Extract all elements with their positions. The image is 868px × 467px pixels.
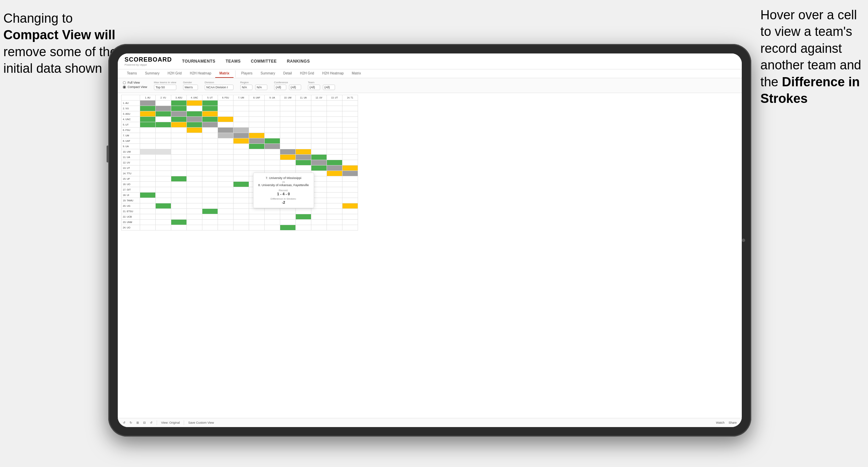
matrix-cell[interactable] xyxy=(311,128,327,133)
matrix-cell[interactable] xyxy=(218,198,233,203)
matrix-cell[interactable] xyxy=(311,117,327,122)
matrix-cell[interactable] xyxy=(249,128,265,133)
matrix-cell[interactable] xyxy=(265,133,280,138)
matrix-cell[interactable] xyxy=(296,138,311,144)
matrix-cell[interactable] xyxy=(202,214,218,220)
matrix-cell[interactable] xyxy=(140,214,156,220)
matrix-cell[interactable] xyxy=(171,176,187,182)
matrix-cell[interactable] xyxy=(233,106,249,111)
matrix-cell[interactable] xyxy=(233,214,249,220)
nav-committee[interactable]: COMMITTEE xyxy=(251,59,277,64)
matrix-cell[interactable] xyxy=(265,209,280,214)
matrix-cell[interactable] xyxy=(249,225,265,230)
minus-btn[interactable]: ⊟ xyxy=(143,421,146,424)
matrix-cell[interactable] xyxy=(156,106,171,111)
matrix-cell[interactable] xyxy=(296,117,311,122)
matrix-cell[interactable] xyxy=(280,122,296,128)
matrix-cell[interactable] xyxy=(280,133,296,138)
matrix-cell[interactable] xyxy=(171,203,187,209)
matrix-cell[interactable] xyxy=(280,160,296,165)
matrix-cell[interactable] xyxy=(171,149,187,155)
matrix-cell[interactable] xyxy=(342,165,358,171)
matrix-cell[interactable] xyxy=(187,214,202,220)
matrix-cell[interactable] xyxy=(296,101,311,106)
matrix-cell[interactable] xyxy=(280,117,296,122)
matrix-cell[interactable] xyxy=(171,193,187,198)
matrix-cell[interactable] xyxy=(156,198,171,203)
matrix-cell[interactable] xyxy=(342,187,358,193)
matrix-cell[interactable] xyxy=(327,144,342,149)
matrix-cell[interactable] xyxy=(187,144,202,149)
matrix-cell[interactable] xyxy=(233,101,249,106)
matrix-cell[interactable] xyxy=(202,176,218,182)
matrix-cell[interactable] xyxy=(327,133,342,138)
matrix-cell[interactable] xyxy=(265,122,280,128)
matrix-cell[interactable] xyxy=(265,149,280,155)
matrix-cell[interactable] xyxy=(187,225,202,230)
matrix-cell[interactable] xyxy=(156,160,171,165)
matrix-cell[interactable] xyxy=(342,138,358,144)
matrix-cell[interactable] xyxy=(156,138,171,144)
nav-tournaments[interactable]: TOURNAMENTS xyxy=(182,59,216,64)
team-select-1[interactable]: (All) xyxy=(308,85,320,90)
matrix-cell[interactable] xyxy=(311,106,327,111)
matrix-cell[interactable] xyxy=(249,133,265,138)
matrix-cell[interactable] xyxy=(218,111,233,117)
matrix-cell[interactable] xyxy=(156,214,171,220)
matrix-cell[interactable] xyxy=(202,182,218,187)
matrix-cell[interactable] xyxy=(249,214,265,220)
matrix-cell[interactable] xyxy=(187,193,202,198)
matrix-cell[interactable] xyxy=(202,160,218,165)
matrix-cell[interactable] xyxy=(171,160,187,165)
matrix-cell[interactable] xyxy=(296,214,311,220)
matrix-cell[interactable] xyxy=(233,133,249,138)
matrix-cell[interactable] xyxy=(280,225,296,230)
full-view-option[interactable]: Full View xyxy=(123,81,147,84)
matrix-cell[interactable] xyxy=(202,165,218,171)
matrix-cell[interactable] xyxy=(296,149,311,155)
matrix-cell[interactable] xyxy=(233,128,249,133)
region-select-2[interactable]: N/A xyxy=(255,85,267,90)
matrix-cell[interactable] xyxy=(233,171,249,176)
matrix-cell[interactable] xyxy=(218,214,233,220)
matrix-cell[interactable] xyxy=(342,128,358,133)
matrix-cell[interactable] xyxy=(156,225,171,230)
matrix-cell[interactable] xyxy=(342,149,358,155)
matrix-cell[interactable] xyxy=(171,155,187,160)
compact-view-radio[interactable] xyxy=(123,86,126,89)
matrix-cell[interactable] xyxy=(171,165,187,171)
matrix-cell[interactable] xyxy=(233,117,249,122)
matrix-cell[interactable] xyxy=(202,111,218,117)
matrix-cell[interactable] xyxy=(249,165,265,171)
matrix-cell[interactable] xyxy=(187,171,202,176)
division-select[interactable]: NCAA Division I xyxy=(205,85,233,90)
refresh-icon-btn[interactable]: ↺ xyxy=(150,421,153,424)
matrix-cell[interactable] xyxy=(265,101,280,106)
matrix-cell[interactable] xyxy=(327,182,342,187)
tab-players-summary[interactable]: Summary xyxy=(257,69,279,78)
matrix-cell[interactable] xyxy=(202,155,218,160)
matrix-cell[interactable] xyxy=(218,203,233,209)
matrix-cell[interactable] xyxy=(202,203,218,209)
matrix-cell[interactable] xyxy=(202,101,218,106)
matrix-cell[interactable] xyxy=(171,106,187,111)
matrix-cell[interactable] xyxy=(140,128,156,133)
matrix-cell[interactable] xyxy=(249,106,265,111)
matrix-cell[interactable] xyxy=(342,106,358,111)
matrix-cell[interactable] xyxy=(140,117,156,122)
matrix-cell[interactable] xyxy=(218,209,233,214)
matrix-cell[interactable] xyxy=(171,198,187,203)
matrix-cell[interactable] xyxy=(342,160,358,165)
matrix-cell[interactable] xyxy=(296,144,311,149)
matrix-cell[interactable] xyxy=(296,209,311,214)
matrix-cell[interactable] xyxy=(140,182,156,187)
team-select-2[interactable]: (All) xyxy=(323,85,335,90)
tab-summary[interactable]: Summary xyxy=(141,69,163,78)
matrix-cell[interactable] xyxy=(156,133,171,138)
matrix-cell[interactable] xyxy=(233,138,249,144)
matrix-cell[interactable] xyxy=(249,122,265,128)
matrix-cell[interactable] xyxy=(171,128,187,133)
matrix-cell[interactable] xyxy=(140,155,156,160)
matrix-cell[interactable] xyxy=(265,165,280,171)
matrix-cell[interactable] xyxy=(218,165,233,171)
